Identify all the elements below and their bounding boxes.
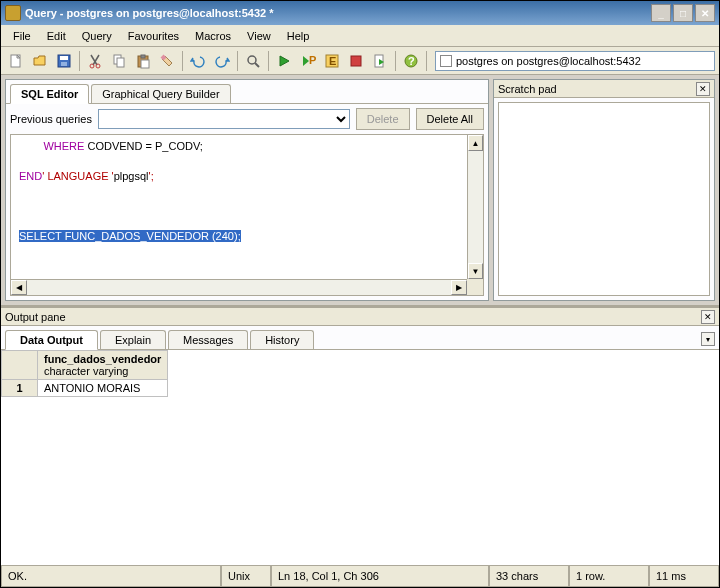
status-message: OK. [1,566,221,587]
delete-all-queries-button[interactable]: Delete All [416,108,484,130]
window-title: Query - postgres on postgres@localhost:5… [25,7,649,19]
tab-history[interactable]: History [250,330,314,349]
svg-rect-10 [141,60,149,68]
menu-file[interactable]: File [5,28,39,44]
editor-scrollbar-vertical[interactable]: ▲▼ [467,135,483,279]
app-icon [5,5,21,21]
svg-rect-7 [117,58,124,67]
save-icon[interactable] [53,50,75,72]
svg-rect-9 [141,55,145,58]
scratch-pad-title: Scratch pad [498,83,696,95]
previous-queries-combo[interactable] [98,109,350,129]
paste-icon[interactable] [132,50,154,72]
delete-query-button[interactable]: Delete [356,108,410,130]
svg-rect-3 [61,62,67,66]
execute-file-icon[interactable] [369,50,391,72]
connection-text: postgres on postgres@localhost:5432 [456,55,641,67]
tab-data-output[interactable]: Data Output [5,330,98,350]
connection-checkbox[interactable] [440,55,452,67]
scratch-pad-close-icon[interactable]: ✕ [696,82,710,96]
status-exec-time: 11 ms [649,566,719,587]
open-icon[interactable] [29,50,51,72]
svg-point-4 [90,64,94,68]
menu-view[interactable]: View [239,28,279,44]
status-encoding: Unix [221,566,271,587]
svg-text:PG: PG [309,54,316,66]
status-bar: OK. Unix Ln 18, Col 1, Ch 306 33 chars 1… [1,565,719,587]
svg-text:?: ? [408,55,415,67]
output-pane-close-icon[interactable]: ✕ [701,310,715,324]
previous-queries-label: Previous queries [10,113,92,125]
output-grid[interactable]: func_dados_vendedor character varying 1 … [1,350,719,565]
status-row-count: 1 row. [569,566,649,587]
cut-icon[interactable] [84,50,106,72]
tab-explain[interactable]: Explain [100,330,166,349]
tab-sql-editor[interactable]: SQL Editor [10,84,89,104]
help-icon[interactable]: ? [400,50,422,72]
svg-point-11 [248,56,256,64]
svg-text:E: E [329,55,336,67]
new-icon[interactable] [5,50,27,72]
minimize-button[interactable]: _ [651,4,671,22]
scroll-down-icon[interactable]: ▼ [468,263,483,279]
toolbar-separator [237,51,238,71]
toolbar: PG E ? postgres on postgres@localhost:54… [1,47,719,75]
svg-point-5 [96,64,100,68]
explain-icon[interactable]: E [321,50,343,72]
close-button[interactable]: ✕ [695,4,715,22]
row-number: 1 [2,380,38,397]
menu-macros[interactable]: Macros [187,28,239,44]
menu-bar: File Edit Query Favourites Macros View H… [1,25,719,47]
scroll-right-icon[interactable]: ▶ [451,280,467,295]
menu-help[interactable]: Help [279,28,318,44]
svg-rect-2 [60,56,68,60]
menu-query[interactable]: Query [74,28,120,44]
sql-code[interactable]: WHERE CODVEND = P_CODV; END' LANGUAGE 'p… [11,135,467,279]
clear-icon[interactable] [156,50,178,72]
toolbar-separator [395,51,396,71]
output-pane-title: Output pane [5,311,701,323]
tab-messages[interactable]: Messages [168,330,248,349]
editor-resize-grip [467,279,483,295]
find-icon[interactable] [242,50,264,72]
status-char-count: 33 chars [489,566,569,587]
title-bar: Query - postgres on postgres@localhost:5… [1,1,719,25]
svg-rect-15 [351,56,361,66]
toolbar-separator [426,51,427,71]
menu-edit[interactable]: Edit [39,28,74,44]
editor-scrollbar-horizontal[interactable]: ◀▶ [11,279,467,295]
grid-corner [2,351,38,380]
toolbar-separator [182,51,183,71]
copy-icon[interactable] [108,50,130,72]
toolbar-separator [268,51,269,71]
redo-icon[interactable] [211,50,233,72]
scratch-pad-area[interactable] [498,102,710,296]
menu-favourites[interactable]: Favourites [120,28,187,44]
connection-combo[interactable]: postgres on postgres@localhost:5432 [435,51,715,71]
status-cursor-position: Ln 18, Col 1, Ch 306 [271,566,489,587]
toolbar-separator [79,51,80,71]
table-row[interactable]: 1 ANTONIO MORAIS [2,380,168,397]
column-header[interactable]: func_dados_vendedor character varying [38,351,168,380]
cell-value[interactable]: ANTONIO MORAIS [38,380,168,397]
execute-pgscript-icon[interactable]: PG [297,50,319,72]
execute-icon[interactable] [273,50,295,72]
scroll-left-icon[interactable]: ◀ [11,280,27,295]
output-tabs-dropdown-icon[interactable]: ▾ [701,332,715,346]
tab-graphical-query-builder[interactable]: Graphical Query Builder [91,84,230,103]
sql-editor-area[interactable]: WHERE CODVEND = P_CODV; END' LANGUAGE 'p… [10,134,484,296]
scroll-up-icon[interactable]: ▲ [468,135,483,151]
undo-icon[interactable] [187,50,209,72]
stop-icon[interactable] [345,50,367,72]
maximize-button[interactable]: □ [673,4,693,22]
